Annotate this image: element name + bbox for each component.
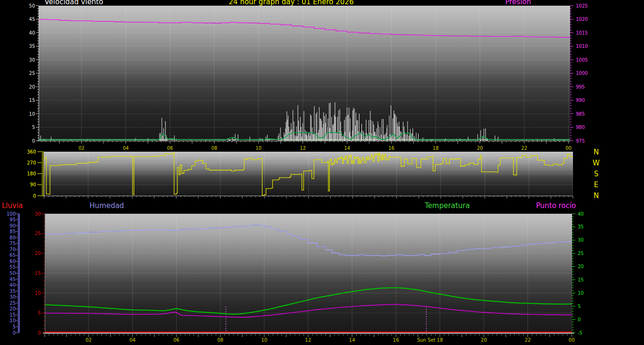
svg-text:16: 16	[393, 337, 399, 343]
svg-text:5: 5	[578, 304, 581, 309]
svg-text:40: 40	[9, 282, 16, 288]
svg-text:50: 50	[9, 271, 16, 276]
svg-text:50: 50	[29, 3, 35, 9]
svg-text:45: 45	[29, 17, 35, 22]
svg-text:100: 100	[7, 211, 16, 217]
weather-graph-screen: 0510152025303540455097598098599099510001…	[0, 0, 644, 345]
compass-label-n2: N	[592, 192, 600, 200]
svg-text:45: 45	[9, 277, 16, 282]
dew-point-series-label: Punto rocío	[536, 202, 576, 210]
svg-text:1015: 1015	[576, 30, 588, 36]
svg-text:995: 995	[576, 84, 585, 90]
svg-text:30: 30	[578, 237, 584, 243]
svg-text:25: 25	[29, 71, 35, 76]
svg-text:0: 0	[13, 330, 16, 336]
svg-text:30: 30	[9, 294, 16, 300]
svg-text:55: 55	[9, 264, 16, 270]
svg-text:15: 15	[35, 271, 41, 276]
svg-text:990: 990	[576, 98, 585, 103]
svg-text:85: 85	[9, 229, 16, 234]
svg-text:20: 20	[9, 306, 16, 311]
svg-text:0: 0	[32, 138, 35, 144]
svg-text:35: 35	[9, 289, 16, 294]
svg-text:35: 35	[29, 44, 35, 49]
svg-text:15: 15	[578, 277, 584, 282]
svg-text:18: 18	[433, 145, 439, 151]
svg-text:5: 5	[13, 324, 16, 329]
pressure-panel-title: Presión	[505, 0, 531, 6]
svg-text:40: 40	[29, 30, 35, 36]
compass-label-w: W	[592, 160, 600, 167]
svg-text:90: 90	[30, 182, 36, 187]
svg-text:06: 06	[173, 337, 179, 343]
svg-text:04: 04	[123, 145, 129, 151]
svg-text:1010: 1010	[576, 44, 588, 49]
svg-text:25: 25	[578, 251, 584, 256]
svg-text:1020: 1020	[576, 17, 588, 22]
svg-text:1005: 1005	[576, 57, 588, 63]
svg-text:65: 65	[9, 253, 16, 258]
svg-text:00: 00	[565, 145, 572, 151]
svg-text:20: 20	[481, 337, 487, 343]
svg-text:02: 02	[86, 337, 92, 343]
compass-label-s: S	[592, 171, 600, 178]
svg-text:04: 04	[129, 337, 135, 343]
svg-text:10: 10	[578, 291, 584, 296]
svg-text:20: 20	[578, 264, 584, 269]
svg-text:95: 95	[9, 217, 16, 222]
svg-text:35: 35	[578, 224, 584, 229]
svg-text:1025: 1025	[576, 3, 588, 9]
wind-speed-panel-title: Velocidad viento	[45, 0, 103, 6]
svg-text:15: 15	[29, 98, 35, 103]
svg-text:5: 5	[32, 125, 35, 130]
weather-graph-canvas: 0510152025303540455097598098599099510001…	[0, 0, 644, 345]
svg-text:18: 18	[437, 337, 443, 343]
svg-text:60: 60	[9, 259, 16, 264]
svg-text:14: 14	[349, 337, 355, 343]
svg-text:40: 40	[578, 211, 584, 217]
rain-series-label: Lluvia	[2, 202, 23, 210]
svg-text:12: 12	[305, 337, 311, 343]
svg-text:25: 25	[35, 231, 41, 236]
svg-text:-5: -5	[578, 330, 582, 336]
svg-text:5: 5	[38, 310, 41, 316]
svg-text:22: 22	[521, 145, 528, 151]
svg-text:75: 75	[9, 241, 16, 246]
svg-text:10: 10	[29, 111, 35, 117]
svg-text:Sun Set: Sun Set	[417, 337, 436, 343]
svg-text:80: 80	[9, 235, 16, 240]
compass-label-n1: N	[592, 149, 600, 156]
svg-text:10: 10	[261, 337, 268, 343]
svg-text:15: 15	[9, 312, 16, 318]
svg-text:20: 20	[29, 84, 35, 90]
temperature-series-label: Temperatura	[425, 202, 470, 210]
svg-text:0: 0	[38, 330, 41, 336]
svg-text:14: 14	[344, 145, 350, 151]
svg-text:980: 980	[576, 125, 585, 130]
compass-label-e: E	[592, 182, 600, 189]
svg-text:270: 270	[27, 160, 36, 165]
svg-text:985: 985	[576, 111, 585, 117]
svg-text:02: 02	[79, 145, 85, 151]
svg-text:08: 08	[217, 337, 224, 343]
page-title: 24 hour graph day : 01 Enero 2026	[229, 0, 354, 6]
svg-text:25: 25	[9, 300, 16, 306]
svg-text:180: 180	[27, 171, 36, 176]
svg-text:20: 20	[477, 145, 483, 151]
svg-text:06: 06	[167, 145, 173, 151]
svg-text:22: 22	[525, 337, 531, 343]
svg-text:08: 08	[211, 145, 217, 151]
svg-text:90: 90	[9, 223, 16, 228]
svg-text:0: 0	[578, 317, 581, 322]
svg-text:10: 10	[9, 318, 16, 323]
svg-text:30: 30	[29, 57, 35, 63]
svg-text:12: 12	[300, 145, 306, 151]
svg-text:1000: 1000	[576, 71, 588, 76]
svg-text:16: 16	[388, 145, 394, 151]
svg-text:10: 10	[35, 291, 41, 296]
svg-text:30: 30	[35, 211, 41, 217]
svg-text:975: 975	[576, 138, 585, 144]
svg-text:70: 70	[9, 247, 16, 252]
svg-text:10: 10	[256, 145, 262, 151]
svg-text:00: 00	[569, 337, 575, 343]
